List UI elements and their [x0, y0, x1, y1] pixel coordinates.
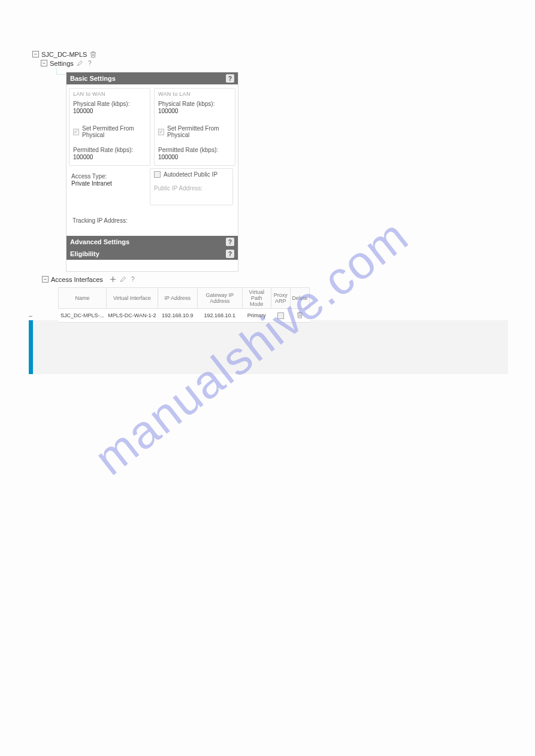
access-interfaces-label: Access Interfaces: [51, 276, 103, 283]
edit-icon[interactable]: [119, 275, 127, 283]
access-type-value: Private Intranet: [71, 180, 146, 187]
info-banner: [29, 320, 508, 374]
collapse-icon[interactable]: [32, 51, 39, 57]
cell-ip-address: 192.168.10.9: [158, 309, 197, 323]
help-icon[interactable]: ?: [129, 275, 137, 283]
col-proxy-arp: Proxy ARP: [271, 288, 290, 309]
checkbox-icon: [154, 171, 161, 178]
set-permitted-checkbox[interactable]: Set Permitted From Physical: [73, 125, 146, 138]
phys-rate-label: Physical Rate (kbps):: [158, 101, 231, 107]
checkbox-icon: [73, 129, 79, 135]
col-gateway-ip: Gateway IP Address: [197, 288, 242, 309]
help-icon[interactable]: ?: [226, 74, 234, 83]
advanced-settings-title: Advanced Settings: [70, 238, 129, 245]
cell-proxy-arp[interactable]: [271, 309, 290, 323]
access-interfaces-table: Name Virtual Interface IP Address Gatewa…: [58, 287, 310, 323]
tracking-ip-row: Tracking IP Address:: [67, 215, 238, 232]
set-permitted-checkbox[interactable]: Set Permitted From Physical: [158, 125, 231, 138]
autodetect-checkbox[interactable]: Autodetect Public IP: [154, 171, 229, 178]
col-name: Name: [59, 288, 107, 309]
access-type-label: Access Type:: [71, 173, 146, 180]
help-icon[interactable]: ?: [226, 238, 234, 246]
cell-virtual-path-mode: Primary: [242, 309, 271, 323]
tracking-ip-label: Tracking IP Address:: [72, 217, 128, 224]
config-tree: SJC_DC-MPLS Settings ?: [32, 50, 97, 68]
col-ip-address: IP Address: [158, 288, 197, 309]
trash-icon[interactable]: [89, 50, 97, 58]
set-permitted-label: Set Permitted From Physical: [82, 125, 146, 138]
cell-virtual-interface: MPLS-DC-WAN-1-2: [107, 309, 158, 323]
checkbox-icon: [277, 312, 284, 319]
col-virtual-interface: Virtual Interface: [107, 288, 158, 309]
basic-settings-title: Basic Settings: [70, 75, 116, 82]
col-virtual-path-mode: Virtual Path Mode: [242, 288, 271, 309]
cell-gateway-ip: 192.168.10.1: [197, 309, 242, 323]
tree-node-access-interfaces[interactable]: Access Interfaces ?: [42, 275, 137, 283]
edit-icon[interactable]: [76, 59, 84, 67]
advanced-settings-header[interactable]: Advanced Settings ?: [67, 236, 238, 248]
add-icon[interactable]: [109, 275, 117, 283]
public-ip-label: Public IP Address:: [154, 185, 229, 192]
autodetect-label: Autodetect Public IP: [164, 171, 217, 178]
perm-rate-value: 100000: [73, 154, 146, 160]
wan-to-lan-heading: WAN to LAN: [158, 91, 231, 97]
set-permitted-label: Set Permitted From Physical: [167, 125, 231, 138]
lan-to-wan-card: LAN to WAN Physical Rate (kbps): 100000 …: [69, 88, 150, 166]
eligibility-title: Eligibility: [70, 250, 99, 257]
collapse-icon[interactable]: [42, 276, 49, 283]
help-icon[interactable]: ?: [226, 250, 234, 258]
phys-rate-label: Physical Rate (kbps):: [73, 101, 146, 107]
svg-text:?: ?: [131, 276, 135, 283]
col-delete: Delete: [290, 288, 309, 309]
tree-node-root[interactable]: SJC_DC-MPLS: [32, 50, 97, 58]
table-header-row: Name Virtual Interface IP Address Gatewa…: [59, 288, 310, 309]
wan-to-lan-card: WAN to LAN Physical Rate (kbps): 100000 …: [154, 88, 235, 166]
collapse-icon[interactable]: [41, 60, 47, 66]
rule-mark: [29, 316, 32, 320]
phys-rate-value: 100000: [158, 108, 231, 114]
perm-rate-label: Permitted Rate (kbps):: [73, 147, 146, 153]
cell-name: SJC_DC-MPLS-...: [59, 309, 107, 323]
eligibility-header[interactable]: Eligibility ?: [67, 248, 238, 260]
perm-rate-value: 100000: [158, 154, 231, 160]
lan-to-wan-heading: LAN to WAN: [73, 91, 146, 97]
help-icon[interactable]: ?: [86, 59, 94, 67]
settings-panel: Basic Settings ? LAN to WAN Physical Rat…: [66, 72, 238, 272]
phys-rate-value: 100000: [73, 108, 146, 114]
basic-settings-header[interactable]: Basic Settings ?: [67, 72, 238, 84]
tree-root-label: SJC_DC-MPLS: [41, 51, 87, 58]
public-ip-block: Autodetect Public IP Public IP Address:: [150, 168, 233, 205]
access-type-block: Access Type: Private Intranet: [71, 168, 146, 205]
perm-rate-label: Permitted Rate (kbps):: [158, 147, 231, 153]
table-row[interactable]: SJC_DC-MPLS-... MPLS-DC-WAN-1-2 192.168.…: [59, 309, 310, 323]
cell-delete[interactable]: [290, 309, 309, 323]
svg-text:?: ?: [88, 60, 92, 66]
checkbox-icon: [158, 129, 164, 135]
tree-node-settings[interactable]: Settings ?: [41, 59, 97, 67]
tree-settings-label: Settings: [50, 60, 74, 67]
